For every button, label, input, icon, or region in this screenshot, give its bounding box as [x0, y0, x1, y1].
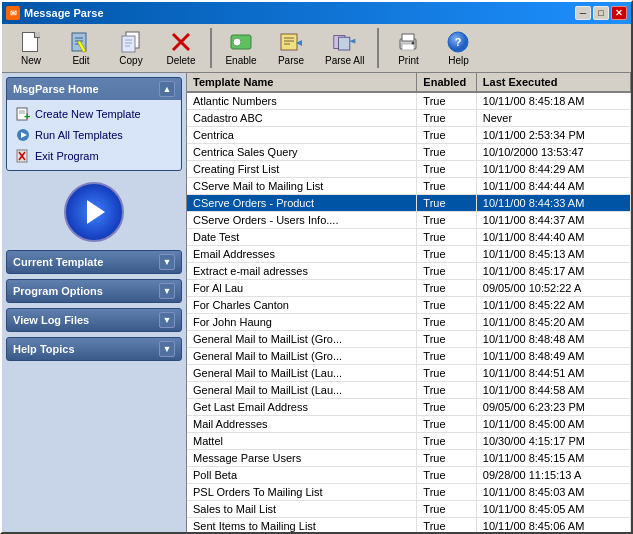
cell-template-name: CServe Orders - Product [187, 195, 417, 212]
table-row[interactable]: For Charles CantonTrue10/11/00 8:45:22 A… [187, 297, 631, 314]
table-row[interactable]: PSL Orders To Mailing ListTrue10/11/00 8… [187, 484, 631, 501]
svg-point-25 [412, 42, 415, 45]
table-row[interactable]: Date TestTrue10/11/00 8:44:40 AM [187, 229, 631, 246]
sidebar-section-msgparse-home: MsgParse Home ▲ + Create N [6, 77, 182, 171]
cell-template-name: Message Parse Users [187, 450, 417, 467]
copy-label: Copy [119, 55, 142, 66]
delete-button[interactable]: Delete [156, 26, 206, 70]
cell-template-name: For Al Lau [187, 280, 417, 297]
cell-template-name: Poll Beta [187, 467, 417, 484]
table-row[interactable]: Mail AddressesTrue10/11/00 8:45:00 AM [187, 416, 631, 433]
enable-label: Enable [225, 55, 256, 66]
cell-enabled: True [417, 178, 476, 195]
table-row[interactable]: Get Last Email AddressTrue09/05/00 6:23:… [187, 399, 631, 416]
program-options-collapse-btn[interactable]: ▼ [159, 283, 175, 299]
msgparse-collapse-btn[interactable]: ▲ [159, 81, 175, 97]
sidebar-item-exit-program[interactable]: Exit Program [11, 146, 177, 166]
edit-button[interactable]: Edit [56, 26, 106, 70]
edit-label: Edit [72, 55, 89, 66]
cell-last-executed: 10/11/00 8:45:05 AM [476, 501, 630, 518]
cell-enabled: True [417, 110, 476, 127]
parse-icon [279, 30, 303, 54]
sidebar-section-header-current[interactable]: Current Template ▼ [7, 251, 181, 273]
separator-2 [377, 28, 379, 68]
cell-template-name: For John Haung [187, 314, 417, 331]
table-row[interactable]: General Mail to MailList (Gro...True10/1… [187, 331, 631, 348]
minimize-button[interactable]: ─ [575, 6, 591, 20]
cell-last-executed: 10/11/00 8:44:40 AM [476, 229, 630, 246]
main-window: ✉ Message Parse ─ □ ✕ New [0, 0, 633, 534]
new-label: New [21, 55, 41, 66]
table-row[interactable]: For Al LauTrue09/05/00 10:52:22 A [187, 280, 631, 297]
parse-button[interactable]: Parse [266, 26, 316, 70]
main-area: MsgParse Home ▲ + Create N [2, 73, 631, 532]
maximize-button[interactable]: □ [593, 6, 609, 20]
table-row[interactable]: Extract e-mail adressesTrue10/11/00 8:45… [187, 263, 631, 280]
sidebar-section-view-log-files: View Log Files ▼ [6, 308, 182, 332]
cell-last-executed: 10/11/00 8:45:17 AM [476, 263, 630, 280]
sidebar-section-header-log[interactable]: View Log Files ▼ [7, 309, 181, 331]
help-button[interactable]: ? Help [433, 26, 483, 70]
table-row[interactable]: Poll BetaTrue09/28/00 11:15:13 A [187, 467, 631, 484]
delete-icon [169, 30, 193, 54]
content-area: Template Name Enabled Last Executed Atla… [187, 73, 631, 532]
cell-enabled: True [417, 229, 476, 246]
print-button[interactable]: Print [383, 26, 433, 70]
cell-enabled: True [417, 433, 476, 450]
table-row[interactable]: Email AddressesTrue10/11/00 8:45:13 AM [187, 246, 631, 263]
table-row[interactable]: Sent Items to Mailing ListTrue10/11/00 8… [187, 518, 631, 533]
col-header-enabled: Enabled [417, 73, 476, 92]
sidebar: MsgParse Home ▲ + Create N [2, 73, 187, 532]
sidebar-item-create-template[interactable]: + Create New Template [11, 104, 177, 124]
sidebar-section-header-program[interactable]: Program Options ▼ [7, 280, 181, 302]
svg-rect-23 [402, 34, 414, 41]
parse-all-button[interactable]: Parse All [316, 26, 373, 70]
table-row[interactable]: General Mail to MailList (Lau...True10/1… [187, 382, 631, 399]
table-row[interactable]: For John HaungTrue10/11/00 8:45:20 AM [187, 314, 631, 331]
logo-arrow [87, 200, 105, 224]
help-topics-collapse-btn[interactable]: ▼ [159, 341, 175, 357]
table-row[interactable]: Atlantic NumbersTrue10/11/00 8:45:18 AM [187, 92, 631, 110]
cell-last-executed: 10/10/2000 13:53:47 [476, 144, 630, 161]
table-row[interactable]: Cadastro ABCTrueNever [187, 110, 631, 127]
table-row[interactable]: Message Parse UsersTrue10/11/00 8:45:15 … [187, 450, 631, 467]
cell-last-executed: 10/11/00 8:44:33 AM [476, 195, 630, 212]
new-button[interactable]: New [6, 26, 56, 70]
sidebar-section-header-help[interactable]: Help Topics ▼ [7, 338, 181, 360]
cell-template-name: Extract e-mail adresses [187, 263, 417, 280]
enable-button[interactable]: Enable [216, 26, 266, 70]
table-row[interactable]: Centrica Sales QueryTrue10/10/2000 13:53… [187, 144, 631, 161]
table-row[interactable]: MattelTrue10/30/00 4:15:17 PM [187, 433, 631, 450]
cell-template-name: Centrica Sales Query [187, 144, 417, 161]
cell-template-name: General Mail to MailList (Gro... [187, 331, 417, 348]
parse-label: Parse [278, 55, 304, 66]
sidebar-item-run-all-templates[interactable]: Run All Templates [11, 125, 177, 145]
table-row[interactable]: CServe Orders - ProductTrue10/11/00 8:44… [187, 195, 631, 212]
copy-button[interactable]: Copy [106, 26, 156, 70]
cell-last-executed: 10/11/00 8:45:20 AM [476, 314, 630, 331]
window-title: Message Parse [24, 7, 104, 19]
cell-last-executed: 10/11/00 8:45:00 AM [476, 416, 630, 433]
copy-icon [119, 30, 143, 54]
create-template-icon: + [15, 106, 31, 122]
svg-text:?: ? [455, 36, 462, 48]
cell-template-name: Get Last Email Address [187, 399, 417, 416]
table-row[interactable]: CentricaTrue10/11/00 2:53:34 PM [187, 127, 631, 144]
table-row[interactable]: General Mail to MailList (Lau...True10/1… [187, 365, 631, 382]
sidebar-section-header-msgparse[interactable]: MsgParse Home ▲ [7, 78, 181, 100]
cell-last-executed: 10/11/00 8:45:13 AM [476, 246, 630, 263]
table-row[interactable]: Creating First ListTrue10/11/00 8:44:29 … [187, 161, 631, 178]
table-row[interactable]: CServe Mail to Mailing ListTrue10/11/00 … [187, 178, 631, 195]
table-container[interactable]: Template Name Enabled Last Executed Atla… [187, 73, 631, 532]
run-all-icon [15, 127, 31, 143]
cell-template-name: Date Test [187, 229, 417, 246]
table-row[interactable]: Sales to Mail ListTrue10/11/00 8:45:05 A… [187, 501, 631, 518]
close-button[interactable]: ✕ [611, 6, 627, 20]
table-row[interactable]: General Mail to MailList (Gro...True10/1… [187, 348, 631, 365]
cell-enabled: True [417, 263, 476, 280]
view-log-collapse-btn[interactable]: ▼ [159, 312, 175, 328]
table-row[interactable]: CServe Orders - Users Info....True10/11/… [187, 212, 631, 229]
current-template-collapse-btn[interactable]: ▼ [159, 254, 175, 270]
enable-icon [229, 30, 253, 54]
title-bar: ✉ Message Parse ─ □ ✕ [2, 2, 631, 24]
